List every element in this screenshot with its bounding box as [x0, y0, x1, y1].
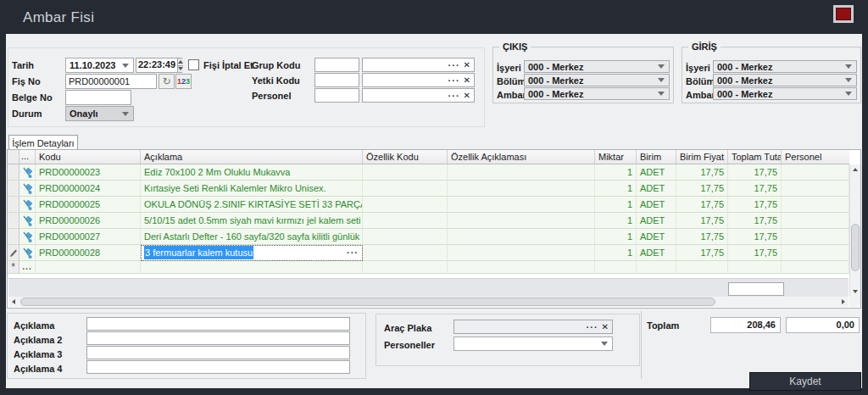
- cell-miktar[interactable]: 1: [595, 213, 637, 229]
- cell-ozellik-kodu[interactable]: [363, 245, 448, 261]
- cell-ozellik-aciklamasi[interactable]: [448, 197, 595, 213]
- header-ozellik-kodu[interactable]: Özellik Kodu: [363, 150, 448, 164]
- aciklama1-input[interactable]: [86, 317, 350, 331]
- fisno-input[interactable]: [65, 74, 157, 89]
- lookup-icon[interactable]: ···: [447, 75, 462, 86]
- cell-kodu[interactable]: PRD00000028: [36, 245, 141, 261]
- cell-personel[interactable]: [782, 197, 849, 213]
- personel-lookup[interactable]: ···✕: [362, 88, 475, 103]
- cell-birim-fiyat[interactable]: 17,75: [676, 181, 728, 197]
- cell-aciklama[interactable]: 3 fermuarlar kalem kutusu···: [141, 245, 363, 261]
- cell-ozellik-aciklamasi[interactable]: [448, 213, 595, 229]
- cell-kodu[interactable]: PRD00000023: [36, 164, 141, 181]
- fisi-iptal-checkbox[interactable]: [188, 59, 199, 70]
- cell-personel[interactable]: [782, 181, 849, 197]
- scroll-down-button[interactable]: [850, 287, 860, 297]
- cell-birim-fiyat[interactable]: 17,75: [676, 229, 728, 245]
- header-birim[interactable]: Birim: [637, 150, 676, 164]
- header-aciklama[interactable]: Açıklama: [141, 150, 363, 164]
- cell-toplam-tutar[interactable]: 17,75: [728, 229, 782, 245]
- lookup-icon[interactable]: ···: [585, 322, 600, 332]
- cell-personel[interactable]: [782, 261, 849, 274]
- tab-islem-detaylari[interactable]: İşlem Detayları: [8, 135, 78, 150]
- cell-ozellik-kodu[interactable]: [363, 164, 448, 181]
- giris-ambar-select[interactable]: 000 - Merkez: [713, 87, 857, 100]
- cell-birim-fiyat[interactable]: 17,75: [676, 245, 728, 261]
- cell-birim-fiyat[interactable]: [676, 261, 728, 274]
- header-kodu[interactable]: Kodu: [36, 150, 141, 164]
- cell-aciklama[interactable]: [141, 261, 363, 274]
- cell-ozellik-aciklamasi[interactable]: [448, 229, 595, 245]
- cell-miktar[interactable]: 1: [595, 181, 637, 197]
- arac-plaka-lookup[interactable]: ···✕: [453, 320, 613, 334]
- cell-birim[interactable]: ADET: [637, 245, 676, 261]
- cell-toplam-tutar[interactable]: [728, 261, 782, 274]
- cell-birim[interactable]: [637, 261, 676, 274]
- table-row[interactable]: PRD00000027Deri Astarlı Defter - 160 say…: [8, 229, 849, 245]
- cell-birim-fiyat[interactable]: 17,75: [676, 197, 728, 213]
- cell-aciklama[interactable]: Deri Astarlı Defter - 160 sayfa/320 sayf…: [141, 229, 363, 245]
- scroll-right-button[interactable]: [838, 297, 849, 307]
- cell-ozellik-kodu[interactable]: [363, 261, 448, 274]
- scroll-up-button[interactable]: [850, 164, 860, 175]
- header-miktar[interactable]: Miktar: [595, 150, 637, 164]
- header-ozellik-aciklamasi[interactable]: Özellik Açıklaması: [448, 150, 595, 164]
- lookup-icon[interactable]: ···: [447, 60, 462, 70]
- cell-ozellik-aciklamasi[interactable]: [448, 164, 595, 181]
- cell-kodu[interactable]: [36, 261, 141, 274]
- scroll-left-button[interactable]: [8, 297, 19, 307]
- personel-input[interactable]: [314, 88, 359, 103]
- cell-personel[interactable]: [782, 245, 849, 261]
- kaydet-button[interactable]: Kaydet: [749, 372, 861, 391]
- cell-ozellik-aciklamasi[interactable]: [448, 181, 595, 197]
- header-birim-fiyat[interactable]: Birim Fiyat: [676, 150, 728, 164]
- belgeno-input[interactable]: [65, 90, 131, 105]
- close-button[interactable]: [833, 5, 854, 23]
- cell-toplam-tutar[interactable]: 17,75: [728, 164, 782, 181]
- cell-birim[interactable]: ADET: [637, 197, 676, 213]
- time-spinner[interactable]: 22:23:49: [136, 58, 182, 73]
- lookup-icon[interactable]: ···: [447, 91, 462, 101]
- cell-birim[interactable]: ADET: [637, 213, 676, 229]
- table-row[interactable]: PRD00000023Ediz 70x100 2 Mm Oluklu Mukav…: [8, 164, 849, 181]
- yetki-kodu-input[interactable]: [314, 73, 359, 87]
- cell-birim[interactable]: ADET: [637, 181, 676, 197]
- cell-kodu[interactable]: PRD00000026: [36, 213, 141, 229]
- table-row[interactable]: PRD00000024Kırtasiye Seti Renkli Kalemle…: [8, 181, 849, 197]
- giris-isyeri-select[interactable]: 000 - Merkez: [713, 60, 857, 73]
- table-row[interactable]: PRD000000283 fermuarlar kalem kutusu···1…: [8, 245, 849, 261]
- horizontal-scrollbar[interactable]: [8, 297, 849, 307]
- header-toplam-tutar[interactable]: Toplam Tutar: [728, 150, 782, 164]
- cell-birim[interactable]: ADET: [637, 229, 676, 245]
- cell-ozellik-aciklamasi[interactable]: [448, 245, 595, 261]
- clear-icon[interactable]: ✕: [462, 60, 474, 70]
- vertical-scroll-thumb[interactable]: [851, 224, 860, 271]
- cell-kodu[interactable]: PRD00000024: [36, 181, 141, 197]
- clear-icon[interactable]: ✕: [600, 322, 612, 331]
- grup-kodu-input[interactable]: [314, 58, 359, 72]
- cell-personel[interactable]: [782, 164, 849, 181]
- cell-birim-fiyat[interactable]: 17,75: [676, 164, 728, 181]
- cell-ozellik-aciklamasi[interactable]: [448, 261, 595, 274]
- numbering-button[interactable]: 123: [175, 74, 192, 89]
- cikis-ambar-select[interactable]: 000 - Merkez: [524, 87, 670, 100]
- cikis-bolum-select[interactable]: 000 - Merkez: [524, 74, 670, 86]
- cell-aciklama[interactable]: Kırtasiye Seti Renkli Kalemler Mikro Uni…: [141, 181, 363, 197]
- cell-ozellik-kodu[interactable]: [363, 197, 448, 213]
- cell-miktar[interactable]: 1: [595, 245, 637, 261]
- horizontal-scroll-thumb[interactable]: [20, 298, 715, 306]
- tarih-date-picker[interactable]: 11.10.2023: [65, 58, 134, 73]
- cikis-isyeri-select[interactable]: 000 - Merkez: [524, 60, 670, 73]
- durum-select[interactable]: Onaylı: [65, 106, 134, 121]
- cell-kodu[interactable]: PRD00000025: [36, 197, 141, 213]
- aciklama2-input[interactable]: [86, 331, 350, 345]
- cell-personel[interactable]: [782, 229, 849, 245]
- personeller-select[interactable]: [453, 337, 613, 351]
- cell-aciklama[interactable]: Ediz 70x100 2 Mm Oluklu Mukavva: [141, 164, 363, 181]
- cell-miktar[interactable]: 1: [595, 229, 637, 245]
- clear-icon[interactable]: ✕: [462, 91, 474, 100]
- cell-ozellik-kodu[interactable]: [363, 181, 448, 197]
- cell-aciklama[interactable]: 5/10/15 adet 0.5mm siyah mavi kırmızı je…: [141, 213, 363, 229]
- aciklama4-input[interactable]: [86, 360, 350, 374]
- cell-birim[interactable]: ADET: [637, 164, 676, 181]
